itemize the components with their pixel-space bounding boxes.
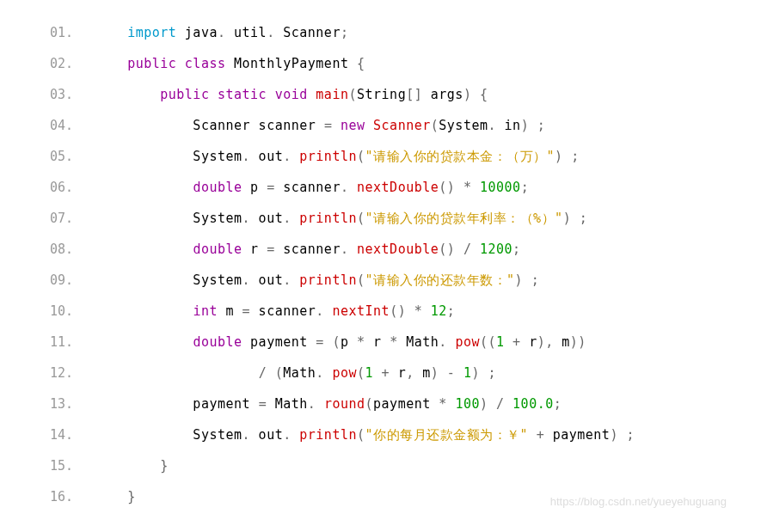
token-punct: = bbox=[316, 334, 324, 350]
token-punct: . bbox=[283, 272, 292, 288]
token-punct: * bbox=[357, 334, 365, 350]
token-code bbox=[455, 180, 463, 195]
code-line: 03. public static void main(String[] arg… bbox=[26, 79, 735, 110]
token-punct: ( bbox=[357, 427, 365, 443]
code-content: public static void main(String[] args) { bbox=[95, 79, 488, 110]
token-code: payment bbox=[373, 396, 439, 412]
token-method: nextInt bbox=[332, 303, 390, 319]
token-code bbox=[406, 303, 414, 319]
token-punct: ) bbox=[515, 272, 524, 288]
token-str: "请输入你的还款年数：" bbox=[365, 272, 515, 288]
token-code bbox=[308, 87, 316, 102]
token-code bbox=[292, 272, 300, 288]
token-punct: ( bbox=[348, 87, 357, 102]
token-code bbox=[316, 396, 324, 412]
token-code bbox=[471, 87, 480, 102]
line-number: 15. bbox=[26, 450, 95, 481]
token-code: p bbox=[242, 180, 267, 195]
code-content: import java. util. Scanner; bbox=[95, 17, 348, 48]
token-kw: int bbox=[193, 303, 218, 319]
token-punct: () bbox=[439, 180, 455, 195]
token-code: java bbox=[176, 25, 218, 40]
token-punct: )) bbox=[570, 334, 586, 350]
token-punct: (( bbox=[480, 334, 496, 350]
code-content: Scanner scanner = new Scanner(System. in… bbox=[95, 110, 545, 141]
token-code bbox=[95, 56, 127, 71]
token-punct: ) bbox=[463, 87, 472, 102]
token-code bbox=[373, 365, 382, 381]
token-punct: { bbox=[357, 56, 365, 71]
token-kw: double bbox=[193, 180, 242, 195]
line-number: 05. bbox=[26, 141, 95, 172]
token-code bbox=[267, 87, 275, 102]
token-punct: . bbox=[316, 365, 324, 381]
code-content: public class MonthlyPayment { bbox=[95, 48, 365, 79]
token-punct: . bbox=[283, 427, 292, 443]
token-method: pow bbox=[455, 334, 480, 350]
token-code bbox=[176, 56, 185, 71]
token-punct: } bbox=[127, 489, 136, 504]
token-num: 100.0 bbox=[512, 396, 554, 412]
token-punct: . bbox=[242, 149, 251, 164]
token-punct: ( bbox=[431, 118, 439, 133]
token-kw: void bbox=[275, 87, 308, 102]
token-punct: ( bbox=[365, 396, 374, 412]
token-num: 1 bbox=[365, 365, 374, 381]
code-line: 10. int m = scanner. nextInt() * 12; bbox=[26, 296, 735, 327]
token-punct: ( bbox=[332, 334, 341, 350]
token-punct: * bbox=[439, 396, 447, 412]
token-code bbox=[523, 272, 531, 288]
code-content: System. out. println("请输入你的还款年数：") ; bbox=[95, 265, 539, 296]
token-punct: ) bbox=[610, 427, 618, 443]
token-code bbox=[348, 242, 357, 257]
token-code: p bbox=[341, 334, 357, 350]
token-kw-import: import bbox=[127, 25, 176, 40]
token-punct: . bbox=[488, 118, 497, 133]
token-str: "你的每月还款金额为：￥" bbox=[365, 427, 529, 443]
code-line: 05. System. out. println("请输入你的贷款本金：（万）"… bbox=[26, 141, 735, 172]
token-punct: = bbox=[242, 303, 251, 319]
token-code: System bbox=[95, 149, 242, 164]
token-punct: / bbox=[496, 396, 505, 412]
token-punct: = bbox=[259, 396, 267, 412]
token-punct: ( bbox=[357, 149, 365, 164]
token-code bbox=[95, 365, 259, 381]
token-method: println bbox=[299, 272, 357, 288]
token-punct: = bbox=[267, 180, 275, 195]
line-number: 06. bbox=[26, 172, 95, 203]
code-line: 02. public class MonthlyPayment { bbox=[26, 48, 735, 79]
token-code bbox=[488, 396, 497, 412]
token-code bbox=[324, 334, 333, 350]
token-punct: . bbox=[242, 427, 251, 443]
token-code bbox=[505, 396, 513, 412]
token-method: main bbox=[316, 87, 348, 102]
token-punct: ; bbox=[554, 396, 562, 412]
token-code: m bbox=[414, 365, 431, 381]
token-code bbox=[447, 334, 456, 350]
token-code bbox=[95, 242, 193, 257]
token-punct: - bbox=[447, 365, 456, 381]
code-block: 01. import java. util. Scanner;02. publi… bbox=[26, 17, 735, 512]
line-number: 02. bbox=[26, 48, 95, 79]
token-num: 1 bbox=[463, 365, 472, 381]
token-punct: ) bbox=[480, 396, 488, 412]
token-punct: . bbox=[283, 149, 292, 164]
token-punct: ; bbox=[626, 427, 635, 443]
token-code bbox=[505, 334, 513, 350]
token-code bbox=[95, 87, 160, 102]
line-number: 14. bbox=[26, 419, 95, 450]
token-code: scanner bbox=[275, 242, 341, 257]
token-punct: ; bbox=[341, 25, 349, 40]
token-punct: . bbox=[218, 25, 226, 40]
token-code bbox=[332, 118, 341, 133]
token-punct: = bbox=[267, 242, 275, 257]
token-punct: ; bbox=[512, 242, 521, 257]
line-number: 08. bbox=[26, 234, 95, 265]
line-number: 13. bbox=[26, 388, 95, 419]
code-content: int m = scanner. nextInt() * 12; bbox=[95, 296, 455, 327]
line-number: 16. bbox=[26, 481, 95, 512]
code-line: 08. double r = scanner. nextDouble() / 1… bbox=[26, 234, 735, 265]
token-punct: * bbox=[463, 180, 472, 195]
token-punct: ; bbox=[571, 149, 580, 164]
token-punct: . bbox=[242, 211, 251, 226]
